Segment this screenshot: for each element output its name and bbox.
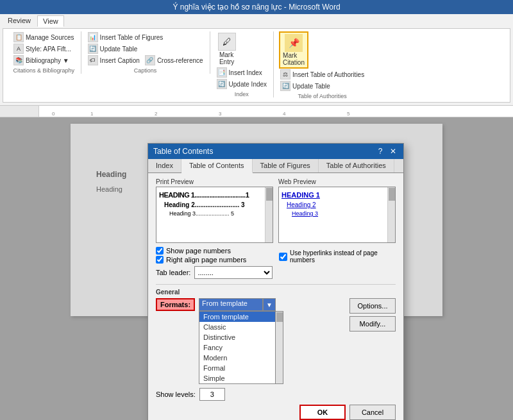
formats-option-fancy[interactable]: Fancy: [199, 342, 275, 353]
dialog-close-button[interactable]: ✕: [388, 146, 398, 156]
update-index-button[interactable]: 🔄 Update Index: [215, 78, 269, 90]
print-h1-dots: ...............................: [194, 191, 245, 199]
manage-sources-button[interactable]: 📋 Manage Sources: [12, 31, 76, 43]
cross-reference-button[interactable]: 🔗 Cross-reference: [144, 55, 205, 66]
mark-citation-button[interactable]: 📌 MarkCitation: [279, 31, 308, 69]
index-group-label: Index: [215, 90, 269, 97]
manage-sources-icon: 📋: [13, 32, 24, 42]
cancel-button[interactable]: Cancel: [349, 405, 396, 420]
insert-table-authorities-button[interactable]: ⚖ Insert Table of Authorities: [279, 69, 366, 80]
update-table-captions-button[interactable]: 🔄 Update Table: [87, 43, 139, 55]
insert-table-authorities-icon: ⚖: [280, 69, 290, 80]
update-table-captions-icon: 🔄: [88, 44, 98, 54]
formats-dropdown-list: From template Classic Distinctive Fancy …: [199, 311, 276, 384]
dialog-tab-index[interactable]: Index: [148, 159, 181, 172]
formats-list-container: From template Classic Distinctive Fancy …: [199, 311, 283, 384]
bibliography-button[interactable]: 📚 Bibliography ▼: [12, 55, 71, 66]
formats-list-scrollbar[interactable]: [276, 311, 283, 384]
web-preview-h3: Heading 3: [282, 210, 383, 217]
formats-option-modern[interactable]: Modern: [199, 353, 275, 363]
ruler-inner: 0 1 2 3 4 5: [38, 106, 513, 117]
dialog-tab-figures[interactable]: Table of Figures: [253, 159, 319, 172]
formats-option-classic[interactable]: Classic: [199, 322, 275, 332]
options-button[interactable]: Options...: [349, 298, 396, 314]
mark-entry-button[interactable]: 🖊 MarkEntry: [215, 31, 239, 67]
manage-sources-label: Manage Sources: [26, 34, 74, 41]
bottom-row: OK Cancel: [156, 405, 396, 420]
formats-dropdown-arrow[interactable]: ▼: [263, 298, 276, 311]
title-bar: Ý nghĩa việc tạo hồ sơ năng lực - Micros…: [0, 0, 513, 14]
dialog-tabs: Index Table of Contents Table of Figures…: [148, 159, 403, 173]
dialog-help-button[interactable]: ?: [375, 146, 385, 156]
left-checkboxes: Show page numbers Right align page numbe…: [156, 247, 273, 284]
print-h2-page: 3: [241, 201, 245, 208]
web-preview-h2: Heading 2: [282, 201, 383, 208]
bibliography-label: Bibliography ▼: [26, 57, 69, 64]
print-preview-box: HEADING 1...............................…: [156, 187, 273, 243]
insert-caption-label: Insert Caption: [100, 57, 140, 64]
show-levels-input[interactable]: [199, 388, 225, 401]
insert-caption-icon: 🏷: [88, 55, 98, 65]
ribbon-row-bibliography: 📚 Bibliography ▼: [12, 55, 71, 66]
show-levels-label: Show levels:: [156, 391, 196, 398]
web-preview-h1: HEADING 1: [282, 191, 383, 199]
ok-button[interactable]: OK: [299, 405, 346, 420]
print-preview-label: Print Preview: [156, 178, 273, 185]
update-table-authorities-label: Update Table: [292, 83, 330, 90]
general-section: General Formats: From template ▼: [156, 284, 396, 401]
ruler-tick-1: 1: [90, 111, 93, 117]
dialog-tab-authorities[interactable]: Table of Authorities: [319, 159, 394, 172]
ruler-tick-2: 2: [155, 111, 157, 117]
ribbon-group-authorities: 📌 MarkCitation ⚖ Insert Table of Authori…: [274, 31, 371, 99]
formats-option-from-template[interactable]: From template: [199, 312, 275, 322]
formats-option-distinctive[interactable]: Distinctive: [199, 332, 275, 342]
use-hyperlinks-checkbox[interactable]: [279, 253, 287, 261]
ribbon-row-style: A Style: APA Fift...: [12, 43, 72, 55]
tab-view[interactable]: View: [37, 15, 64, 27]
ribbon-row-update-authorities: 🔄 Update Table: [279, 80, 332, 92]
checkboxes-container: Show page numbers Right align page numbe…: [156, 247, 396, 284]
print-preview-scrollbar[interactable]: [265, 187, 273, 242]
dialog-title-bar: Table of Contents ? ✕: [148, 144, 403, 159]
window-title: Ý nghĩa việc tạo hồ sơ năng lực - Micros…: [172, 3, 340, 12]
update-table-authorities-button[interactable]: 🔄 Update Table: [279, 80, 332, 92]
ribbon-row-captions-top: 📊 Insert Table of Figures: [87, 31, 165, 43]
formats-option-formal[interactable]: Formal: [199, 363, 275, 373]
update-index-label: Update Index: [229, 81, 267, 88]
ribbon-row-update-index: 🔄 Update Index: [215, 78, 269, 90]
insert-caption-button[interactable]: 🏷 Insert Caption: [87, 55, 141, 66]
print-preview-panel: Print Preview HEADING 1.................…: [156, 178, 273, 243]
insert-table-figures-button[interactable]: 📊 Insert Table of Figures: [87, 31, 165, 43]
show-page-numbers-checkbox[interactable]: [156, 247, 164, 255]
modify-button[interactable]: Modify...: [349, 316, 396, 332]
preview-row: Print Preview HEADING 1.................…: [156, 178, 396, 243]
print-preview-h2: Heading 2......................... 3: [159, 201, 261, 208]
right-align-checkbox[interactable]: [156, 256, 164, 264]
ribbon-row-citations: 📋 Manage Sources: [12, 31, 76, 43]
web-preview-content: HEADING 1 Heading 2 Heading 3: [282, 191, 392, 217]
formats-list-scrollbar-thumb: [276, 312, 283, 322]
right-action-buttons: Options... Modify...: [349, 298, 396, 401]
lower-section: Formats: From template ▼ From template: [156, 298, 396, 401]
style-button[interactable]: A Style: APA Fift...: [12, 43, 72, 55]
print-h3-dots: .....................: [196, 210, 230, 217]
ruler: 0 1 2 3 4 5: [0, 106, 513, 117]
update-table-authorities-icon: 🔄: [280, 81, 290, 91]
formats-dropdown-container: From template ▼ From template Classic Di…: [199, 298, 283, 384]
ribbon-group-captions: 📊 Insert Table of Figures 🔄 Update Table…: [81, 31, 210, 74]
insert-index-icon: 📑: [217, 67, 227, 78]
tab-leader-select[interactable]: ........: [194, 266, 273, 279]
insert-index-button[interactable]: 📑 Insert Index: [215, 67, 264, 78]
tab-leader-label: Tab leader:: [156, 269, 190, 276]
formats-option-simple[interactable]: Simple: [199, 373, 275, 383]
style-label: Style: APA Fift...: [26, 46, 71, 53]
web-preview-scrollbar[interactable]: [387, 187, 395, 242]
bibliography-icon: 📚: [13, 55, 24, 65]
citations-group-label: Citations & Bibliography: [12, 66, 76, 74]
dialog-tab-toc[interactable]: Table of Contents: [181, 159, 253, 173]
captions-group-label: Captions: [87, 66, 205, 74]
dialog-body: Print Preview HEADING 1.................…: [148, 173, 403, 420]
web-preview-scrollbar-thumb: [389, 188, 395, 201]
tab-review[interactable]: Review: [3, 15, 36, 27]
insert-table-authorities-label: Insert Table of Authorities: [292, 71, 364, 78]
